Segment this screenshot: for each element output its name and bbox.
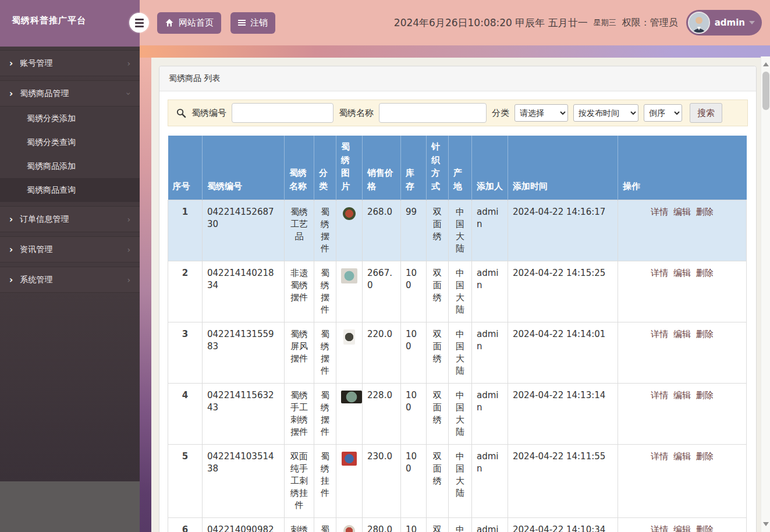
chevron-right-icon: › bbox=[9, 275, 13, 285]
cell-stock: 100 bbox=[401, 445, 427, 518]
sidebar-item-news-management[interactable]: › 资讯管理 › bbox=[0, 236, 140, 263]
admin-app: 蜀绣科普推广平台 › 账号管理 › › 蜀绣商品管理 › 蜀绣分类添加 蜀绣分类… bbox=[0, 0, 770, 532]
sidebar-item-category-query[interactable]: 蜀绣分类查询 bbox=[0, 130, 140, 154]
sidebar-item-account-management[interactable]: › 账号管理 › bbox=[0, 50, 140, 76]
avatar bbox=[688, 12, 710, 34]
home-icon bbox=[165, 18, 174, 27]
delete-link[interactable]: 删除 bbox=[696, 524, 714, 532]
sidebar: 蜀绣科普推广平台 › 账号管理 › › 蜀绣商品管理 › 蜀绣分类添加 蜀绣分类… bbox=[0, 0, 140, 532]
cell-time: 2024-04-22 14:16:17 bbox=[508, 200, 618, 261]
cell-code: 04221413155983 bbox=[203, 322, 285, 384]
cell-category: 蜀绣摆件 bbox=[314, 322, 336, 384]
sidebar-item-category-add[interactable]: 蜀绣分类添加 bbox=[0, 107, 140, 130]
sidebar-item-order-management[interactable]: › 订单信息管理 › bbox=[0, 206, 140, 232]
detail-link[interactable]: 详情 bbox=[651, 524, 668, 532]
chevron-down-icon: › bbox=[124, 92, 133, 95]
detail-link[interactable]: 详情 bbox=[651, 329, 668, 339]
sidebar-item-product-management[interactable]: › 蜀绣商品管理 › bbox=[0, 80, 140, 107]
scrollbar-thumb[interactable] bbox=[762, 72, 769, 110]
cell-time: 2024-04-22 14:13:14 bbox=[508, 384, 618, 445]
sidebar-item-label: 账号管理 bbox=[20, 58, 52, 69]
cell-price: 220.0 bbox=[363, 322, 401, 384]
cell-image bbox=[336, 322, 363, 384]
weekday-text: 星期三 bbox=[594, 17, 616, 28]
name-input[interactable] bbox=[379, 103, 487, 123]
col-price: 销售价格 bbox=[363, 136, 401, 200]
search-button[interactable]: 搜索 bbox=[690, 103, 722, 123]
cell-stitch: 双面 bbox=[427, 518, 449, 532]
vertical-scrollbar[interactable] bbox=[761, 56, 770, 532]
edit-link[interactable]: 编辑 bbox=[673, 329, 691, 339]
cell-stitch: 双面绣 bbox=[427, 445, 449, 518]
sidebar-item-system-management[interactable]: › 系统管理 › bbox=[0, 267, 140, 293]
edit-link[interactable]: 编辑 bbox=[673, 390, 691, 400]
delete-link[interactable]: 删除 bbox=[696, 451, 714, 462]
cell-category: 蜀绣摆件 bbox=[314, 384, 336, 445]
sort-field-select[interactable]: 按发布时间 bbox=[573, 104, 638, 122]
delete-link[interactable]: 删除 bbox=[696, 268, 714, 278]
detail-link[interactable]: 详情 bbox=[651, 451, 668, 462]
topbar-info: 2024年6月26日10:08:20 甲辰年 五月廿一 星期三 权限：管理员 a… bbox=[394, 10, 762, 36]
code-input[interactable] bbox=[232, 103, 333, 123]
cell-index: 6 bbox=[168, 518, 203, 532]
sidebar-footer-filler bbox=[0, 481, 140, 532]
category-label: 分类 bbox=[492, 108, 509, 119]
cell-actions: 详情 编辑 删除 bbox=[618, 384, 747, 445]
delete-link[interactable]: 删除 bbox=[696, 390, 714, 400]
code-field-label: 蜀绣编号 bbox=[191, 108, 226, 119]
edit-link[interactable]: 编辑 bbox=[673, 451, 691, 462]
cell-actions: 详情 编辑 删除 bbox=[618, 322, 747, 384]
scroll-up-arrow-icon[interactable] bbox=[763, 62, 769, 66]
sidebar-item-product-query[interactable]: 蜀绣商品查询 bbox=[0, 178, 140, 202]
edit-link[interactable]: 编辑 bbox=[673, 268, 691, 278]
col-code: 蜀绣编号 bbox=[203, 136, 285, 200]
cell-time: 2024-04-22 14:10:34 bbox=[508, 518, 618, 532]
cell-category: 蜀绣摆件 bbox=[314, 261, 336, 322]
sidebar-submenu: 蜀绣分类添加 蜀绣分类查询 蜀绣商品添加 蜀绣商品查询 bbox=[0, 107, 140, 202]
cell-stitch: 双面绣 bbox=[427, 384, 449, 445]
chevron-right-icon: › bbox=[127, 245, 130, 254]
cell-image bbox=[336, 200, 363, 261]
home-button[interactable]: 网站首页 bbox=[157, 12, 221, 34]
cell-code: 04221414021834 bbox=[203, 261, 285, 322]
col-name: 蜀绣名称 bbox=[285, 136, 314, 200]
table-row: 604221409098240刺绣双面蜀绣280.0100双面中国admin20… bbox=[168, 518, 747, 532]
col-origin: 产地 bbox=[449, 136, 472, 200]
detail-link[interactable]: 详情 bbox=[651, 268, 668, 278]
cell-stitch: 双面绣 bbox=[427, 261, 449, 322]
edit-link[interactable]: 编辑 bbox=[673, 207, 691, 217]
logout-button[interactable]: 注销 bbox=[230, 12, 275, 34]
cell-category: 蜀绣 bbox=[314, 518, 336, 532]
sidebar-gradient-strip bbox=[140, 45, 151, 532]
detail-link[interactable]: 详情 bbox=[651, 390, 668, 400]
col-category: 分类 bbox=[314, 136, 336, 200]
delete-link[interactable]: 删除 bbox=[696, 207, 714, 217]
sidebar-menu: › 账号管理 › › 蜀绣商品管理 › 蜀绣分类添加 蜀绣分类查询 蜀绣商品添加… bbox=[0, 47, 140, 481]
scroll-down-arrow-icon[interactable] bbox=[763, 522, 769, 526]
chevron-right-icon: › bbox=[9, 88, 13, 99]
product-thumbnail bbox=[341, 391, 362, 403]
datetime-text: 2024年6月26日10:08:20 甲辰年 五月廿一 bbox=[394, 16, 588, 30]
chevron-right-icon: › bbox=[9, 214, 13, 225]
user-menu[interactable]: admin bbox=[686, 10, 762, 36]
cell-name: 非遗蜀绣摆件 bbox=[285, 261, 314, 322]
category-select[interactable]: 请选择 bbox=[514, 104, 568, 122]
edit-link[interactable]: 编辑 bbox=[673, 524, 691, 532]
cell-stock: 99 bbox=[401, 200, 427, 261]
delete-link[interactable]: 删除 bbox=[696, 329, 714, 339]
cell-code: 04221410351438 bbox=[203, 445, 285, 518]
sidebar-item-product-add[interactable]: 蜀绣商品添加 bbox=[0, 154, 140, 178]
cell-creator: admin bbox=[472, 261, 508, 322]
cell-code: 04221411563243 bbox=[203, 384, 285, 445]
cell-time: 2024-04-22 14:14:01 bbox=[508, 322, 618, 384]
product-thumbnail bbox=[343, 329, 355, 345]
chevron-right-icon: › bbox=[9, 244, 13, 255]
detail-link[interactable]: 详情 bbox=[651, 207, 668, 217]
table-header-row: 序号 蜀绣编号 蜀绣名称 分类 蜀绣图片 销售价格 库存 针织方式 产地 添加人… bbox=[168, 136, 747, 200]
sort-order-select[interactable]: 倒序 bbox=[644, 104, 682, 122]
col-stitch: 针织方式 bbox=[427, 136, 449, 200]
table-row: 104221415268730蜀绣工艺品蜀绣摆件268.099双面绣中国大陆ad… bbox=[168, 200, 747, 261]
search-icon bbox=[176, 108, 186, 118]
cell-name: 蜀绣屏风摆件 bbox=[285, 322, 314, 384]
sidebar-toggle-button[interactable] bbox=[129, 13, 149, 33]
